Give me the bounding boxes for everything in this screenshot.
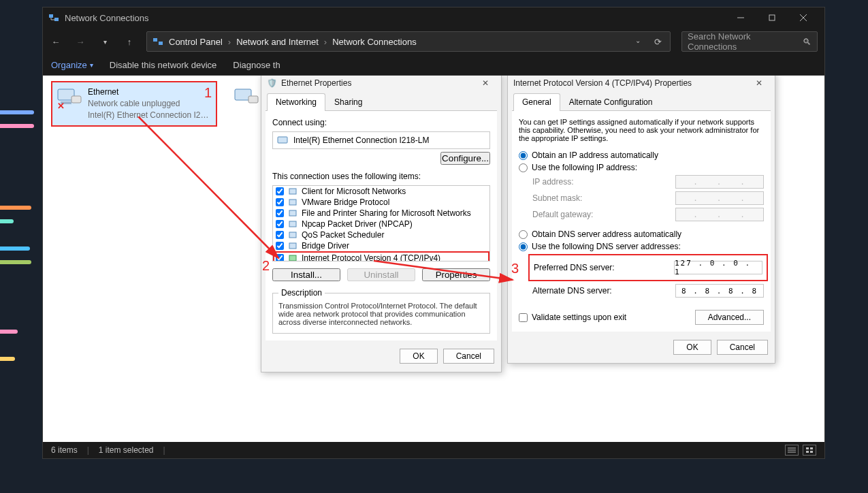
annotation-step-3: 3 [511,261,519,276]
advanced-button[interactable]: Advanced... [695,310,764,325]
up-button[interactable]: ↑ [123,37,135,47]
component-checkbox[interactable] [276,231,284,239]
preferred-dns-row: Preferred DNS server:127 . 0 . 0 . 1 [528,254,768,281]
status-bar: 6 items | 1 item selected | [43,442,824,458]
back-button[interactable]: ← [50,37,62,47]
uninstall-button[interactable]: Uninstall [347,268,415,281]
disable-device-button[interactable]: Disable this network device [110,60,217,70]
close-button[interactable] [788,7,819,28]
component-checkbox[interactable] [276,254,284,261]
component-checkbox[interactable] [276,220,284,228]
configure-button[interactable]: Configure... [440,152,490,165]
large-icons-view-icon[interactable] [803,445,816,456]
alternate-dns-field[interactable]: 8 . 8 . 8 . 8 [675,284,764,298]
svg-rect-23 [289,189,296,194]
breadcrumb[interactable]: Control Panel [169,37,223,47]
install-button[interactable]: Install... [272,268,340,281]
ethernet-properties-dialog: 🛡️ Ethernet Properties ✕ Networking Shar… [261,76,502,372]
network-connections-window: Network Connections ← → ▾ ↑ Control Pane… [42,7,825,459]
ok-button[interactable]: OK [673,340,711,355]
address-bar[interactable]: Control Panel › Network and Internet › N… [146,31,671,52]
titlebar: Network Connections [43,7,824,28]
recent-dropdown[interactable]: ▾ [99,38,111,46]
maximize-button[interactable] [756,7,788,28]
minimize-button[interactable] [725,7,756,28]
tab-networking[interactable]: Networking [267,93,325,111]
preferred-dns-field[interactable]: 127 . 0 . 0 . 1 [674,261,762,274]
close-button[interactable]: ✕ [475,76,496,93]
forward-button[interactable]: → [74,37,86,47]
svg-line-20 [138,116,278,258]
refresh-button[interactable]: ⟳ [654,37,662,47]
network-connections-icon [152,36,163,47]
nic-icon [232,86,259,111]
window-title: Network Connections [65,13,149,23]
radio-use-dns[interactable] [519,242,528,251]
nic-icon: ✕ [55,86,82,111]
list-item: Client for Microsoft Networks [273,186,489,197]
radio-obtain-ip[interactable] [519,151,528,160]
addr-dropdown[interactable]: ⌄ [635,37,641,47]
tab-alternate[interactable]: Alternate Configuration [560,93,662,111]
nic-icon [277,135,288,146]
tab-general[interactable]: General [513,93,560,111]
background-decoration [0,0,42,493]
svg-line-5 [800,14,807,21]
component-checkbox[interactable] [276,209,284,217]
svg-rect-22 [278,137,287,143]
connections-list: ✕ Ethernet Network cable unplugged Intel… [43,76,824,442]
component-checkbox[interactable] [276,242,284,250]
svg-rect-6 [153,38,157,42]
cancel-button[interactable]: Cancel [443,349,494,364]
radio-use-ip[interactable] [519,163,528,172]
component-icon [288,187,298,196]
svg-rect-24 [289,200,296,205]
toolbar: Organize▾ Disable this network device Di… [43,55,824,76]
ok-button[interactable]: OK [400,349,437,364]
close-button[interactable]: ✕ [749,76,769,93]
organize-menu[interactable]: Organize▾ [51,60,93,70]
components-listbox[interactable]: Client for Microsoft Networks VMware Bri… [272,185,490,261]
tab-sharing[interactable]: Sharing [325,93,371,111]
svg-rect-26 [289,221,296,227]
svg-rect-27 [289,232,296,238]
dialog-title: Internet Protocol Version 4 (TCP/IPv4) P… [513,78,692,88]
svg-rect-34 [810,447,813,449]
component-icon [288,219,298,229]
cancel-button[interactable]: Cancel [717,340,768,355]
search-input[interactable]: Search Network Connections 🔍︎ [681,31,818,52]
component-icon [288,253,298,261]
svg-rect-35 [806,451,809,453]
list-item: QoS Packet Scheduler [273,229,489,240]
annotation-step-1: 1 [204,85,212,101]
properties-button[interactable]: Properties [422,268,490,281]
default-gateway-field: . . . [675,208,764,221]
diagnose-button[interactable]: Diagnose th [233,60,280,70]
svg-line-4 [800,14,807,21]
svg-text:✕: ✕ [57,101,65,111]
breadcrumb[interactable]: Network Connections [332,37,417,47]
search-placeholder: Search Network Connections [688,31,797,52]
svg-rect-29 [289,255,296,261]
search-icon: 🔍︎ [803,37,811,47]
description-box: Description Transmission Control Protoco… [272,288,490,334]
component-checkbox[interactable] [276,198,284,206]
annotation-step-2: 2 [262,258,270,274]
breadcrumb[interactable]: Network and Internet [236,37,319,47]
svg-rect-13 [248,96,258,103]
subnet-mask-field: . . . [675,191,764,205]
details-view-icon[interactable] [785,445,799,456]
validate-checkbox[interactable] [519,313,528,322]
selection-count: 1 item selected [99,445,154,455]
chevron-down-icon: ▾ [90,61,93,69]
connection-status: Network cable unplugged [88,98,213,110]
list-item: Bridge Driver [273,240,489,251]
radio-obtain-dns[interactable] [519,230,528,239]
connection-item-ethernet[interactable]: ✕ Ethernet Network cable unplugged Intel… [51,81,217,127]
adapter-name: Intel(R) Ethernet Connection I218-LM [293,136,429,145]
connection-adapter: Intel(R) Ethernet Connection I218... [88,110,213,121]
svg-rect-0 [49,14,53,18]
list-item: File and Printer Sharing for Microsoft N… [273,208,489,219]
component-checkbox[interactable] [276,187,284,195]
component-icon [288,230,298,240]
